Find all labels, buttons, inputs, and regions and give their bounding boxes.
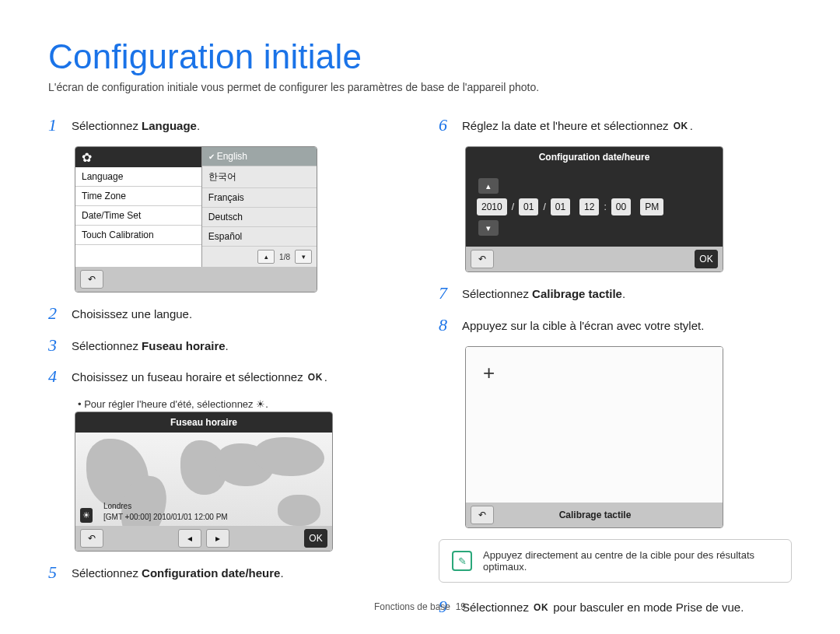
value-up-icon[interactable]: ▴ <box>478 178 499 194</box>
dt-hour[interactable]: 12 <box>579 198 599 215</box>
step-text: . <box>197 119 200 132</box>
ok-icon: OK <box>672 120 690 132</box>
step-2: 2 Choisissez une langue. <box>48 303 401 324</box>
menu-item-language[interactable]: Language <box>75 167 201 187</box>
ok-button[interactable]: OK <box>695 250 718 268</box>
note-icon: ✎ <box>452 551 472 571</box>
page-title: Configuration initiale <box>48 37 792 76</box>
calibration-area[interactable]: + <box>466 347 723 503</box>
page-footer: Fonctions de base 19 <box>0 601 840 612</box>
note-text: Appuyez directement au centre de la cibl… <box>483 549 779 573</box>
page-down-icon[interactable]: ▾ <box>295 250 312 264</box>
dt-minute[interactable]: 00 <box>611 198 631 215</box>
step-7: 7 Sélectionnez Calibrage tactile. <box>439 283 792 303</box>
step-bold: Calibrage tactile <box>532 287 622 300</box>
note-callout: ✎ Appuyez directement au centre de la ci… <box>439 539 792 583</box>
dt-year[interactable]: 2010 <box>477 198 507 215</box>
step-text: Choisissez une langue. <box>72 303 192 322</box>
screen-calibration: + ↶ Calibrage tactile <box>465 346 723 528</box>
step-text: . <box>690 119 693 132</box>
lang-option-espanol[interactable]: Español <box>202 227 317 247</box>
menu-item-touch-calibration[interactable]: Touch Calibration <box>75 226 201 245</box>
lang-option-korean[interactable]: 한국어 <box>202 166 317 188</box>
step-text: . <box>280 566 283 580</box>
step-text: . <box>324 370 327 384</box>
ok-button[interactable]: OK <box>304 529 327 548</box>
lang-option-deutsch[interactable]: Deutsch <box>202 208 317 227</box>
next-icon[interactable]: ▸ <box>206 529 229 548</box>
step-3: 3 Sélectionnez Fuseau horaire. <box>48 335 401 356</box>
step-8: 8 Appuyez sur la cible à l'écran avec vo… <box>439 315 792 335</box>
screen-datetime: Configuration date/heure ▴ 2010 / 01 / 0… <box>465 146 723 272</box>
world-map[interactable]: ☀ Londres [GMT +00:00] 2010/01/01 12:00 … <box>75 433 332 526</box>
timezone-gmt: [GMT +00:00] 2010/01/01 12:00 PM <box>103 513 228 521</box>
screen-timezone: Fuseau horaire ☀ Londres [GMT +00:00] 20… <box>75 412 333 552</box>
screen-calibration-title: Calibrage tactile <box>499 510 691 520</box>
dt-ampm[interactable]: PM <box>640 198 663 215</box>
step-5: 5 Sélectionnez Configuration date/heure. <box>48 562 401 583</box>
menu-item-datetime[interactable]: Date/Time Set <box>75 206 201 226</box>
step-text: Appuyez sur la cible à l'écran avec votr… <box>462 315 704 334</box>
back-icon[interactable]: ↶ <box>471 506 494 524</box>
step-number: 2 <box>48 303 72 324</box>
ok-icon: OK <box>306 371 324 384</box>
step-number: 5 <box>48 562 72 583</box>
step-4-subnote: Pour régler l'heure d'été, sélectionnez … <box>78 398 401 410</box>
step-number: 4 <box>48 366 72 387</box>
back-icon[interactable]: ↶ <box>80 529 103 548</box>
lang-option-francais[interactable]: Français <box>202 188 317 208</box>
footer-section: Fonctions de base <box>374 601 450 612</box>
step-number: 7 <box>439 283 462 303</box>
step-number: 1 <box>48 115 72 135</box>
step-number: 6 <box>439 115 462 135</box>
step-4: 4 Choisissez un fuseau horaire et sélect… <box>48 366 401 387</box>
timezone-city: Londres <box>103 502 131 510</box>
screen-timezone-title: Fuseau horaire <box>75 412 332 433</box>
page-up-icon[interactable]: ▴ <box>257 250 275 264</box>
step-6: 6 Réglez la date et l'heure et sélection… <box>439 115 792 135</box>
prev-icon[interactable]: ◂ <box>178 529 201 548</box>
calibration-target-icon[interactable]: + <box>483 361 495 385</box>
step-1: 1 Sélectionnez Language. <box>48 115 401 135</box>
step-bold: Configuration date/heure <box>142 566 280 580</box>
step-bold: Fuseau horaire <box>142 339 226 352</box>
step-text: Choisissez un fuseau horaire et sélectio… <box>72 370 306 384</box>
dt-day[interactable]: 01 <box>551 198 570 215</box>
back-icon[interactable]: ↶ <box>80 270 103 289</box>
page-intro: L'écran de configuration initiale vous p… <box>48 81 792 93</box>
step-number: 8 <box>439 315 462 335</box>
step-text: . <box>226 339 229 352</box>
step-text: Sélectionnez <box>72 566 142 580</box>
step-number: 3 <box>48 335 72 356</box>
dt-month[interactable]: 01 <box>519 198 538 215</box>
screen-datetime-title: Configuration date/heure <box>466 147 723 167</box>
step-bold: Language <box>142 119 197 132</box>
gear-icon: ✿ <box>82 150 92 165</box>
menu-item-timezone[interactable]: Time Zone <box>75 187 201 206</box>
dt-sep: / <box>543 198 545 215</box>
sun-icon: ☀ <box>256 398 265 410</box>
step-text: Sélectionnez <box>72 119 142 132</box>
value-down-icon[interactable]: ▾ <box>478 220 499 236</box>
lang-option-english[interactable]: English <box>202 147 317 166</box>
footer-page-number: 19 <box>456 601 466 612</box>
dst-toggle-icon[interactable]: ☀ <box>80 508 93 523</box>
step-text: Réglez la date et l'heure et sélectionne… <box>462 119 672 132</box>
screen-language: ✿ Language Time Zone Date/Time Set Touch… <box>75 146 317 292</box>
step-text: Sélectionnez <box>72 339 142 352</box>
dt-sep: / <box>512 198 514 215</box>
dt-sep: : <box>604 198 606 215</box>
step-text: Sélectionnez <box>462 287 532 300</box>
back-icon[interactable]: ↶ <box>471 250 494 268</box>
step-text: . <box>622 287 625 300</box>
lang-pager-label: 1/8 <box>279 253 290 261</box>
